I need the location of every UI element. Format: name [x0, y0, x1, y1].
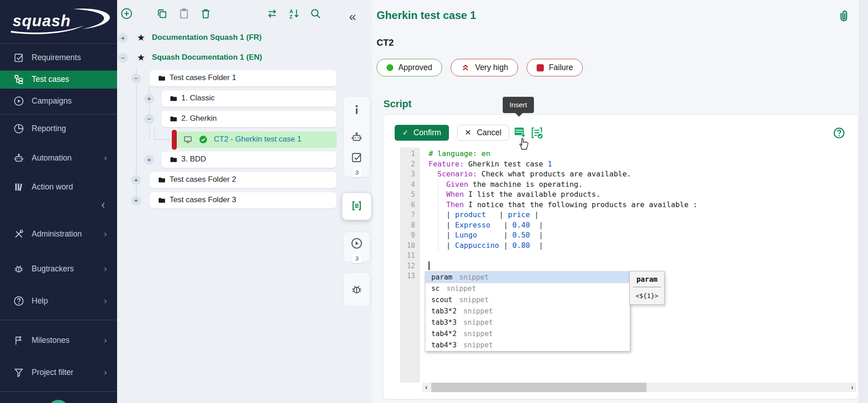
- tree-node-test-cases-folder-3[interactable]: Test cases Folder 3: [150, 192, 336, 209]
- importance-bar: [172, 130, 177, 150]
- sidebar-item-administration[interactable]: Administration›: [0, 225, 117, 243]
- paste-icon[interactable]: [178, 7, 190, 20]
- chevron-right-icon: ›: [104, 229, 107, 239]
- sidebar-item-milestones[interactable]: Milestones›: [0, 332, 117, 350]
- tab-robot-icon[interactable]: [350, 131, 363, 143]
- autocomplete-item-tab3-2[interactable]: tab3*2snippet: [425, 306, 630, 317]
- sidebar-item-help[interactable]: Help›: [0, 292, 117, 310]
- line-number: 1: [400, 149, 420, 159]
- sidebar-item-test-cases[interactable]: Test cases: [0, 71, 117, 89]
- tree-node-2-gherkin[interactable]: 2. Gherkin: [161, 111, 336, 127]
- snippet-kind: snippet: [459, 272, 489, 283]
- tab-bug-icon[interactable]: [350, 283, 363, 296]
- tree-node-ct2-gherkin-test-case-1[interactable]: CT2 - Gherkin test case 1: [176, 132, 337, 148]
- code-line: Then I notice that the following product…: [429, 200, 856, 210]
- tooltip-caret: [515, 113, 523, 117]
- status-badge-very-high: Very high: [451, 59, 518, 76]
- tab-script-icon[interactable]: [350, 199, 363, 212]
- tree-node-label: 3. BDD: [181, 155, 206, 164]
- squash-logo[interactable]: squash: [6, 5, 111, 37]
- preview-body: <${1}>: [630, 287, 664, 304]
- favorite-star-icon[interactable]: ★: [137, 52, 145, 63]
- tab-checklist-icon[interactable]: [350, 151, 363, 164]
- tree-node-label: Test cases Folder 2: [170, 175, 236, 184]
- folder-icon: [157, 175, 166, 185]
- swap-icon[interactable]: [266, 7, 278, 20]
- tree-node-label: Documentation Squash 1 (FR): [152, 33, 262, 42]
- autocomplete-item-tab4-2[interactable]: tab4*2snippet: [425, 328, 630, 340]
- bugtrackers-icon: [13, 263, 24, 275]
- horizontal-scrollbar[interactable]: ‹ ›: [422, 383, 856, 392]
- autocomplete-item-tab3-3[interactable]: tab3*3snippet: [425, 317, 630, 328]
- insert-tooltip: Insert: [503, 97, 534, 113]
- snippet-kind: snippet: [459, 294, 489, 306]
- preview-title: param: [630, 271, 664, 287]
- copy-icon[interactable]: [156, 7, 168, 20]
- tree-toggle-icon[interactable]: −: [131, 73, 141, 83]
- tab-info-icon[interactable]: [350, 104, 363, 116]
- line-number: 3: [400, 169, 420, 180]
- sidebar-item-project-filter[interactable]: Project filter›: [0, 364, 117, 382]
- sidebar-item-label: Help: [32, 296, 48, 306]
- tree-toggle-icon[interactable]: +: [131, 175, 141, 185]
- scroll-right-icon[interactable]: ›: [848, 383, 856, 392]
- snippet-name: param: [431, 272, 453, 283]
- line-number: 2: [400, 159, 420, 170]
- autocomplete-item-tab4-3[interactable]: tab4*3snippet: [425, 340, 630, 351]
- tree-node-test-cases-folder-1[interactable]: Test cases Folder 1: [150, 70, 336, 86]
- tree-node-documentation-squash-1-fr[interactable]: +★Documentation Squash 1 (FR): [117, 30, 361, 46]
- delete-icon[interactable]: [199, 7, 212, 20]
- tree-toggle-icon[interactable]: −: [118, 53, 128, 63]
- tree-node-1-classic[interactable]: 1. Classic: [161, 90, 336, 107]
- autocomplete-item-sc[interactable]: scsnippet: [425, 283, 630, 294]
- code-line: | product | price |: [429, 210, 856, 220]
- logo-text: squash: [13, 12, 71, 30]
- tree-toggle-icon[interactable]: −: [144, 114, 154, 124]
- tab-play-icon[interactable]: [350, 237, 363, 250]
- sidebar-item-reporting[interactable]: Reporting: [0, 120, 117, 138]
- chevron-right-icon: ›: [104, 367, 107, 377]
- validate-script-button[interactable]: [530, 126, 544, 140]
- scroll-left-icon[interactable]: ‹: [422, 383, 430, 392]
- scrollbar-thumb[interactable]: [431, 383, 646, 392]
- sort-icon[interactable]: AZ: [288, 7, 300, 20]
- cancel-button[interactable]: ✕ Cancel: [457, 125, 509, 141]
- favorite-star-icon[interactable]: ★: [137, 32, 145, 43]
- status-badge-failure: Failure: [527, 59, 583, 76]
- avatar[interactable]: [48, 400, 69, 403]
- tree-toggle-icon[interactable]: +: [144, 155, 154, 165]
- snippet-name: tab3*2: [431, 306, 457, 317]
- script-section-title: Script: [383, 98, 411, 110]
- sidebar-collapse-chevron-icon[interactable]: ‹: [101, 199, 105, 210]
- tree-toggle-icon[interactable]: +: [118, 33, 128, 43]
- collapse-tree-button[interactable]: «: [349, 10, 356, 23]
- tree-node-test-cases-folder-2[interactable]: Test cases Folder 2: [150, 172, 336, 188]
- badge-label: Very high: [475, 63, 508, 72]
- search-icon[interactable]: [309, 7, 322, 20]
- sidebar-item-bugtrackers[interactable]: Bugtrackers›: [0, 260, 117, 278]
- svg-text:A: A: [289, 9, 293, 14]
- insert-tooltip-label: Insert: [509, 101, 527, 109]
- sidebar-item-requirements[interactable]: Requirements: [0, 49, 117, 67]
- code-line: When I list the available products.: [429, 190, 856, 200]
- help-circle-icon[interactable]: [833, 127, 845, 139]
- tree-toggle-icon[interactable]: +: [131, 195, 141, 205]
- snippet-name: tab3*3: [431, 317, 457, 328]
- autocomplete-item-param[interactable]: paramsnippet: [425, 272, 630, 283]
- tree-node-squash-documentation-1-en[interactable]: −★Squash Documentation 1 (EN): [117, 50, 361, 66]
- sidebar-item-campaigns[interactable]: Campaigns: [0, 92, 117, 110]
- attachment-paperclip-icon[interactable]: [837, 9, 851, 24]
- autocomplete-item-scout[interactable]: scoutsnippet: [425, 294, 630, 306]
- tree-toggle-icon[interactable]: +: [144, 94, 154, 104]
- sidebar-divider: [0, 320, 117, 320]
- sidebar-item-action-word[interactable]: Action word: [0, 178, 117, 196]
- chevron-right-icon: ›: [104, 264, 107, 274]
- line-number: 6: [400, 200, 420, 210]
- line-number: 9: [400, 230, 420, 241]
- sidebar-item-automation[interactable]: Automation›: [0, 149, 117, 167]
- hand-cursor-icon: [516, 136, 530, 150]
- code-line: | Lungo | 0.50 |: [429, 230, 856, 241]
- tree-node-3-bdd[interactable]: 3. BDD: [161, 152, 336, 168]
- confirm-button[interactable]: ✓ Confirm: [395, 125, 449, 141]
- add-icon[interactable]: [120, 7, 133, 20]
